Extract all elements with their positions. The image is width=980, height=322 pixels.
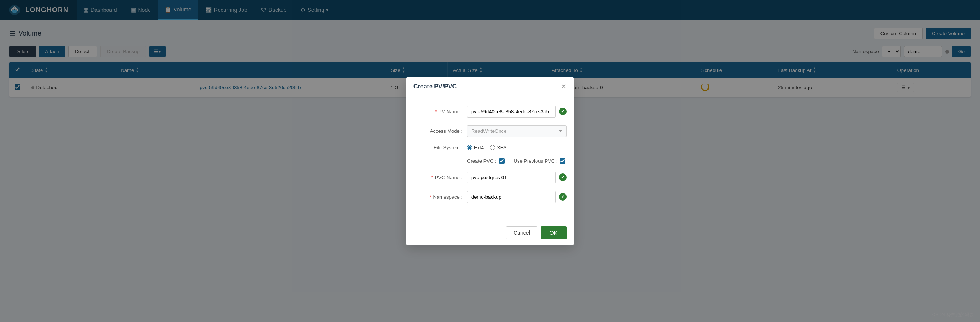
- pv-name-valid-icon: [559, 108, 567, 115]
- pvc-name-valid-icon: [559, 173, 567, 181]
- file-system-row: File System : Ext4 XFS: [413, 145, 567, 150]
- fs-xfs-radio[interactable]: [490, 145, 495, 150]
- checkbox-group: Create PVC : Use Previous PVC :: [467, 158, 565, 164]
- pvc-name-control: [467, 172, 567, 183]
- modal-close-button[interactable]: ✕: [561, 83, 567, 90]
- modal-body: * PV Name : Access Mode : ReadWriteOnce: [406, 96, 574, 220]
- ok-button[interactable]: OK: [541, 226, 567, 239]
- file-system-label: File System :: [413, 145, 467, 150]
- file-system-control: Ext4 XFS: [467, 145, 567, 150]
- fs-xfs-label[interactable]: XFS: [490, 145, 506, 150]
- pv-name-row: * PV Name :: [413, 106, 567, 118]
- create-pvc-checkbox[interactable]: [499, 158, 505, 164]
- modal: Create PV/PVC ✕ * PV Name : Access Mode …: [406, 77, 574, 245]
- use-previous-pvc-checkbox[interactable]: [560, 158, 565, 164]
- required-mark2: *: [431, 175, 435, 180]
- access-mode-control: ReadWriteOnce: [467, 125, 567, 137]
- required-mark: *: [435, 109, 438, 114]
- pvc-name-input[interactable]: [467, 172, 556, 183]
- access-mode-select[interactable]: ReadWriteOnce: [467, 125, 567, 137]
- file-system-radio-group: Ext4 XFS: [467, 145, 506, 150]
- access-mode-row: Access Mode : ReadWriteOnce: [413, 125, 567, 137]
- pvc-name-row: * PVC Name :: [413, 172, 567, 183]
- namespace-field-label: * Namespace :: [413, 194, 467, 200]
- access-mode-label: Access Mode :: [413, 128, 467, 134]
- namespace-field-input[interactable]: [467, 191, 556, 203]
- modal-title: Create PV/PVC: [413, 83, 457, 90]
- namespace-row: * Namespace :: [413, 191, 567, 203]
- namespace-field-control: [467, 191, 567, 203]
- modal-footer: Cancel OK: [406, 220, 574, 245]
- create-pvc-label[interactable]: Create PVC :: [467, 158, 505, 164]
- fs-ext4-radio[interactable]: [467, 145, 472, 150]
- pvc-name-label: * PVC Name :: [413, 175, 467, 180]
- use-previous-pvc-label[interactable]: Use Previous PVC :: [514, 158, 566, 164]
- pv-name-input[interactable]: [467, 106, 556, 118]
- modal-header: Create PV/PVC ✕: [406, 77, 574, 96]
- fs-ext4-label[interactable]: Ext4: [467, 145, 484, 150]
- cancel-button[interactable]: Cancel: [506, 226, 537, 239]
- pv-name-label: * PV Name :: [413, 109, 467, 114]
- pvc-options-row: Create PVC : Use Previous PVC :: [413, 158, 567, 164]
- required-mark3: *: [430, 194, 433, 200]
- namespace-valid-icon: [559, 193, 567, 201]
- pv-name-control: [467, 106, 567, 118]
- modal-overlay[interactable]: Create PV/PVC ✕ * PV Name : Access Mode …: [0, 0, 980, 322]
- pvc-options-control: Create PVC : Use Previous PVC :: [467, 158, 567, 164]
